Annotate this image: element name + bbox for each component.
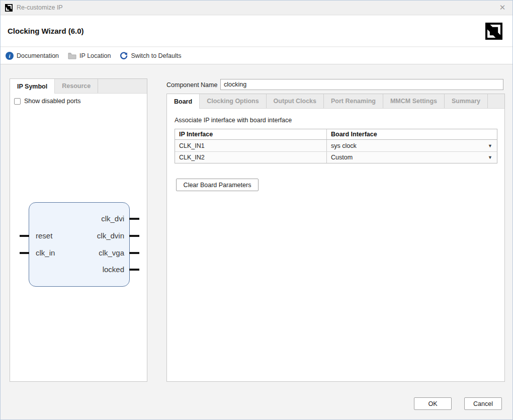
tab-summary[interactable]: Summary (445, 94, 488, 108)
board-interface-dropdown[interactable]: sys clock ▼ (327, 140, 497, 151)
tab-port-renaming[interactable]: Port Renaming (324, 94, 383, 108)
toolbar: i Documentation IP Location Switch to De… (1, 47, 512, 64)
cell-ip-interface: CLK_IN2 (175, 152, 327, 163)
close-icon[interactable]: ✕ (497, 3, 507, 13)
dropdown-value: sys clock (331, 142, 357, 149)
window-title: Re-customize IP (17, 4, 63, 11)
port-stub-clk-in (20, 252, 29, 254)
left-tabstrip: IP Symbol Resource (10, 79, 147, 94)
port-label-clk-dvin: clk_dvin (59, 231, 124, 240)
port-label-locked: locked (59, 265, 124, 274)
show-disabled-ports-row: Show disabled ports (14, 98, 81, 105)
port-label-clk-in: clk_in (36, 248, 55, 257)
port-label-clk-dvi: clk_dvi (59, 214, 124, 223)
ip-symbol-panel: IP Symbol Resource Show disabled ports r… (10, 78, 147, 382)
xilinx-logo-icon (5, 4, 13, 12)
title-bar: Re-customize IP ✕ (1, 1, 512, 15)
documentation-label: Documentation (17, 52, 59, 59)
recustomize-ip-dialog: Re-customize IP ✕ Clocking Wizard (6.0) … (0, 0, 513, 420)
switch-to-defaults-label: Switch to Defaults (131, 52, 181, 59)
port-stub-reset (20, 235, 29, 237)
col-header-ip-interface: IP Interface (175, 129, 327, 139)
show-disabled-ports-label: Show disabled ports (24, 98, 81, 105)
tab-board[interactable]: Board (167, 94, 200, 109)
tab-output-clocks[interactable]: Output Clocks (267, 94, 324, 108)
refresh-icon (120, 52, 128, 60)
page-title: Clocking Wizard (6.0) (8, 27, 84, 35)
port-stub-clk-dvi (129, 218, 139, 220)
settings-panel: Board Clocking Options Output Clocks Por… (166, 94, 505, 382)
port-label-clk-vga: clk_vga (59, 248, 124, 257)
board-tab-content: Associate IP interface with board interf… (167, 109, 504, 381)
ip-location-button[interactable]: IP Location (68, 52, 111, 59)
clear-board-parameters-button[interactable]: Clear Board Parameters (176, 179, 259, 191)
component-name-input[interactable] (220, 79, 503, 90)
table-row: CLK_IN1 sys clock ▼ (175, 140, 497, 151)
port-label-reset: reset (36, 231, 52, 240)
port-stub-locked (129, 269, 139, 271)
tab-ip-symbol[interactable]: IP Symbol (10, 79, 55, 94)
switch-to-defaults-button[interactable]: Switch to Defaults (120, 52, 181, 60)
port-stub-clk-vga (129, 252, 139, 254)
port-stub-clk-dvin (129, 235, 139, 237)
table-header-row: IP Interface Board Interface (175, 129, 497, 140)
show-disabled-ports-checkbox[interactable] (14, 98, 21, 105)
dialog-header: Clocking Wizard (6.0) (1, 16, 512, 47)
xilinx-logo-large-icon (485, 23, 502, 40)
info-icon: i (6, 52, 14, 60)
cancel-button[interactable]: Cancel (464, 397, 502, 410)
board-interface-table: IP Interface Board Interface CLK_IN1 sys… (175, 129, 497, 163)
ip-location-label: IP Location (79, 52, 111, 59)
col-header-board-interface: Board Interface (327, 129, 497, 139)
documentation-button[interactable]: i Documentation (6, 52, 59, 60)
tab-clocking-options[interactable]: Clocking Options (200, 94, 266, 108)
chevron-down-icon: ▼ (488, 143, 492, 148)
tab-mmcm-settings[interactable]: MMCM Settings (383, 94, 445, 108)
associate-interface-label: Associate IP interface with board interf… (175, 117, 292, 124)
board-interface-dropdown[interactable]: Custom ▼ (327, 152, 497, 163)
ok-button[interactable]: OK (414, 397, 452, 410)
folder-icon (68, 52, 76, 59)
cell-ip-interface: CLK_IN1 (175, 140, 327, 151)
dropdown-value: Custom (331, 154, 353, 161)
tab-resource[interactable]: Resource (55, 79, 98, 93)
main-tabstrip: Board Clocking Options Output Clocks Por… (167, 94, 504, 109)
table-row: CLK_IN2 Custom ▼ (175, 151, 497, 163)
chevron-down-icon: ▼ (488, 155, 492, 160)
component-name-label: Component Name (166, 81, 217, 89)
